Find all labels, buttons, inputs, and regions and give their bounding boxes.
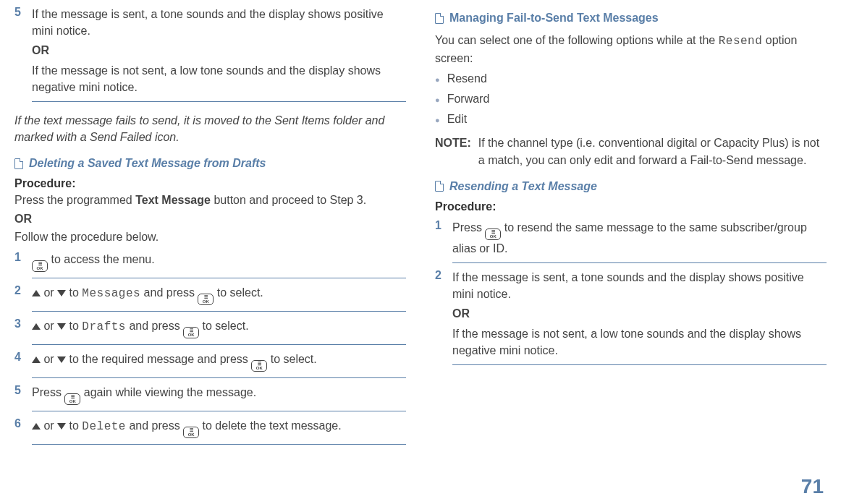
left-column: 5 If the message is sent, a tone sounds … — [14, 0, 406, 449]
section-heading-resend: Resending a Text Message — [435, 180, 827, 193]
procedure-label: Procedure: — [14, 177, 406, 190]
or-label: OR — [32, 44, 49, 56]
step-row: 2 or to Messages and press ☰OK to select… — [14, 284, 406, 305]
intro-text: You can select one of the following opti… — [435, 32, 827, 67]
divider — [32, 101, 406, 102]
t: or — [41, 419, 57, 432]
ok-key-icon: ☰OK — [485, 228, 501, 240]
intro1b: Text Message — [135, 194, 211, 206]
line1: If the message is sent, a tone sounds an… — [452, 269, 827, 302]
step-body: Press ☰OK to resend the same message to … — [452, 219, 827, 257]
bullet-text: Resend — [447, 72, 487, 87]
bullet-dot-icon: ● — [435, 72, 440, 87]
step-number: 1 — [14, 251, 25, 272]
step-number: 6 — [14, 417, 25, 438]
t: to — [66, 419, 82, 432]
bullet-dot-icon: ● — [435, 93, 440, 107]
t: or — [41, 320, 57, 332]
s1-after: to access the menu. — [48, 253, 155, 265]
step-number: 5 — [14, 384, 25, 405]
heading-text: Resending a Text Message — [449, 180, 597, 193]
t: and press — [140, 286, 198, 299]
step-body: Press ☰OK again while viewing the messag… — [32, 384, 256, 405]
note-text: If the channel type (i.e. conventional d… — [478, 134, 827, 168]
divider — [32, 278, 406, 278]
line2: If the message is not sent, a low tone s… — [452, 325, 827, 359]
down-arrow-icon — [57, 356, 66, 363]
step-row: 6 or to Delete and press ☰OK to delete t… — [14, 417, 406, 438]
step5-line1: If the message is sent, a tone sounds an… — [32, 6, 406, 39]
divider — [452, 364, 827, 365]
intro2: Follow the procedure below. — [14, 228, 406, 245]
step-number: 5 — [14, 6, 25, 95]
down-arrow-icon — [57, 290, 66, 296]
t: and press — [126, 419, 183, 432]
divider — [32, 411, 406, 411]
up-arrow-icon — [32, 423, 41, 430]
t: to select. — [199, 320, 248, 332]
mono-text: Messages — [82, 287, 140, 300]
t: to delete the text message. — [199, 419, 342, 432]
right-column: Managing Fail-to-Send Text Messages You … — [435, 0, 827, 449]
t: and press — [126, 320, 183, 332]
note-label: NOTE: — [435, 134, 471, 168]
t: Press — [452, 221, 485, 234]
italic-note: If the text message fails to send, it is… — [14, 112, 406, 145]
intro-text: Press the programmed Text Message button… — [14, 192, 406, 208]
step-body: or to the required message and press ☰OK… — [32, 351, 317, 372]
step-body: or to Messages and press ☰OK to select. — [32, 284, 263, 305]
down-arrow-icon — [57, 423, 66, 430]
ok-key-icon: ☰OK — [183, 327, 199, 338]
step-body: If the message is sent, a tone sounds an… — [32, 6, 406, 95]
heading-text: Managing Fail-to-Send Text Messages — [449, 12, 659, 25]
divider — [32, 444, 406, 445]
section-heading-delete: Deleting a Saved Text Message from Draft… — [14, 157, 406, 170]
or-label: OR — [14, 213, 32, 225]
two-column-layout: 5 If the message is sent, a tone sounds … — [0, 0, 841, 449]
page-number: 71 — [801, 475, 824, 498]
t: to — [66, 320, 82, 332]
ok-key-icon: ☰OK — [64, 393, 80, 405]
t: or — [41, 286, 57, 299]
divider — [32, 311, 406, 312]
step-body: ☰OK to access the menu. — [32, 251, 155, 272]
t: or — [41, 353, 57, 365]
t: to resend the same message to the same s… — [452, 221, 807, 255]
step-row: 1 Press ☰OK to resend the same message t… — [435, 219, 827, 257]
step-row: 2 If the message is sent, a tone sounds … — [435, 269, 827, 359]
divider — [32, 344, 406, 345]
step-number: 3 — [14, 317, 25, 338]
divider — [452, 262, 827, 263]
t: You can select one of the following opti… — [435, 34, 719, 46]
t: to the required message and press — [66, 353, 251, 365]
mono-text: Resend — [719, 35, 763, 48]
ok-key-icon: ☰OK — [251, 360, 267, 372]
up-arrow-icon — [32, 323, 41, 330]
bullet-dot-icon: ● — [435, 113, 440, 127]
document-icon — [435, 13, 444, 24]
step5-top: 5 If the message is sent, a tone sounds … — [14, 6, 406, 95]
mono-text: Delete — [82, 420, 126, 433]
step-body: or to Drafts and press ☰OK to select. — [32, 317, 249, 338]
document-icon — [435, 181, 444, 192]
ok-key-icon: ☰OK — [198, 294, 214, 305]
up-arrow-icon — [32, 290, 41, 296]
step-row: 1 ☰OK to access the menu. — [14, 251, 406, 272]
t: to select. — [214, 286, 263, 299]
step-body: If the message is sent, a tone sounds an… — [452, 269, 827, 359]
mono-text: Drafts — [82, 320, 126, 333]
procedure-label: Procedure: — [435, 200, 827, 213]
step-number: 2 — [435, 269, 445, 359]
step5-line2: If the message is not sent, a low tone s… — [32, 62, 406, 95]
step-row: 4 or to the required message and press ☰… — [14, 351, 406, 372]
bullet-text: Edit — [447, 113, 468, 127]
bullet-item: ●Resend — [435, 72, 827, 87]
intro1a: Press the programmed — [14, 194, 135, 206]
intro1c: button and proceed to Step 3. — [211, 194, 366, 206]
t: to select. — [267, 353, 316, 365]
ok-key-icon: ☰OK — [32, 260, 48, 272]
note-block: NOTE: If the channel type (i.e. conventi… — [435, 134, 827, 168]
document-icon — [14, 158, 23, 169]
step-row: 3 or to Drafts and press ☰OK to select. — [14, 317, 406, 338]
step-number: 1 — [435, 219, 445, 257]
